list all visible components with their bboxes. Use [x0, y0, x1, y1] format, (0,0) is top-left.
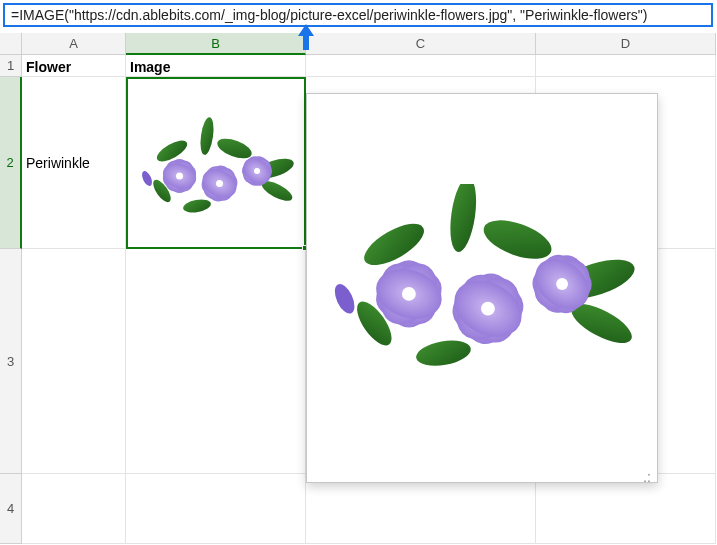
periwinkle-icon	[315, 184, 651, 384]
svg-point-2	[215, 135, 254, 162]
cell-D1[interactable]	[536, 55, 716, 77]
col-header-D[interactable]: D	[536, 33, 716, 55]
svg-point-19	[216, 180, 223, 187]
cell-A2[interactable]: Periwinkle	[22, 77, 126, 249]
cell-D4[interactable]	[536, 474, 716, 544]
cell-A2-text: Periwinkle	[26, 79, 121, 246]
svg-point-1	[198, 116, 215, 155]
periwinkle-icon	[132, 95, 302, 247]
cell-C4[interactable]	[306, 474, 536, 544]
svg-point-33	[331, 281, 359, 316]
image-preview-card[interactable]: .:	[306, 93, 658, 483]
cell-C1[interactable]	[306, 55, 536, 77]
row-header-2[interactable]: 2	[0, 77, 22, 249]
cell-image-thumbnail	[132, 95, 302, 247]
svg-point-28	[479, 213, 557, 267]
cell-B4[interactable]	[126, 474, 306, 544]
col-header-B[interactable]: B	[126, 33, 306, 55]
formula-bar-text: =IMAGE("https://cdn.ablebits.com/_img-bl…	[11, 7, 648, 23]
svg-point-51	[556, 278, 568, 290]
svg-point-13	[176, 173, 183, 180]
row-header-1[interactable]: 1	[0, 55, 22, 77]
cell-A4[interactable]	[22, 474, 126, 544]
image-preview-large	[315, 184, 651, 384]
resize-grip-icon[interactable]: .:	[643, 469, 653, 479]
row-header-3[interactable]: 3	[0, 249, 22, 474]
spreadsheet-grid[interactable]: A B C D 1 2 3 4 Flower Image Periwinkle	[0, 33, 717, 545]
formula-bar[interactable]: =IMAGE("https://cdn.ablebits.com/_img-bl…	[3, 3, 713, 27]
cell-A3[interactable]	[22, 249, 126, 474]
col-header-C[interactable]: C	[306, 33, 536, 55]
cell-B3[interactable]	[126, 249, 306, 474]
col-header-A[interactable]: A	[22, 33, 126, 55]
svg-point-27	[446, 184, 480, 254]
cell-B1-text: Image	[130, 57, 301, 75]
cell-B1[interactable]: Image	[126, 55, 306, 77]
cell-A1-text: Flower	[26, 57, 121, 75]
svg-point-32	[414, 337, 473, 370]
svg-point-39	[402, 287, 416, 301]
svg-point-25	[254, 168, 260, 174]
svg-point-7	[140, 170, 154, 188]
row-header-4[interactable]: 4	[0, 474, 22, 544]
select-all-corner[interactable]	[0, 33, 22, 55]
svg-point-45	[481, 302, 495, 316]
svg-point-6	[182, 198, 212, 215]
cell-A1[interactable]: Flower	[22, 55, 126, 77]
